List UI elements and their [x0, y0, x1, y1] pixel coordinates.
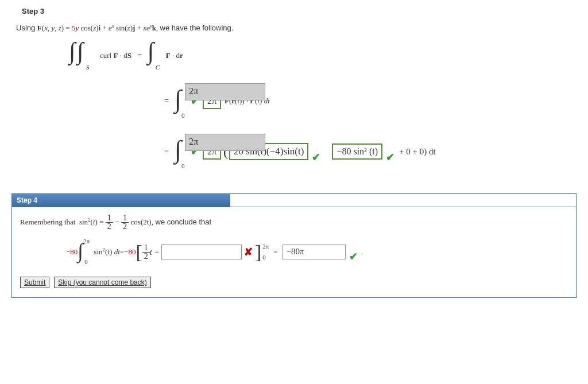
- button-row: Submit Skip (you cannot come back): [20, 277, 568, 288]
- vector-field-def: F(x, y, z) = 5y cos(z)i + ex sin(z)j + x…: [37, 24, 160, 32]
- curl-F-dS: curl F · dS: [100, 51, 131, 60]
- surface-integral-icon: ∫∫ S: [69, 42, 98, 69]
- step4-body: Remembering that sin2(t) = 12 − 12 cos(2…: [12, 207, 576, 297]
- prompt-pre: Using: [16, 24, 37, 32]
- upper-limit-val-1: 2π: [189, 86, 198, 96]
- F-dr: F · dr: [166, 51, 183, 60]
- page: Step 3 Using F(x, y, z) = 5y cos(z)i + e…: [0, 0, 588, 384]
- integrand: sin2(t) dt: [94, 247, 119, 257]
- step3-heading: Step 3: [22, 7, 566, 15]
- step4-heading: Step 4: [12, 194, 230, 207]
- lim-top: 2π: [262, 243, 269, 250]
- frac-half-t: 12: [142, 244, 150, 261]
- step4-equation: −80 ∫ 0 2π sin2(t) dt = −80 [ 12 t − ✘ ]: [66, 239, 568, 265]
- eq-row-expanded: = ∫ 0 2π ✔ 2π ( 20 sin(t)(−4)sin(t) ✔ −8…: [158, 129, 577, 174]
- equals-5: =: [273, 247, 277, 257]
- check-icon: ✔: [386, 151, 394, 164]
- period: .: [361, 247, 363, 257]
- lim-bot: 0: [262, 254, 269, 261]
- frac-half-1: 12: [106, 214, 113, 231]
- int-lower-1: 0: [181, 112, 185, 119]
- int-sub-c: C: [156, 64, 160, 71]
- antiderivative-input[interactable]: [161, 245, 242, 259]
- eq-row-stokes: ∫∫ S curl F · dS = ∫ C F · dr: [69, 38, 577, 73]
- cos2t: cos(2t),: [131, 218, 153, 226]
- int-lower-3: 0: [84, 258, 88, 265]
- step3-prompt: Using F(x, y, z) = 5y cos(z)i + ex sin(z…: [16, 24, 577, 33]
- eq-row-param: = ∫ 0 2π ✔ 2π F(r(t)) · r′(t) dt: [158, 79, 577, 123]
- upper-limit-input-1[interactable]: 2π: [185, 83, 265, 100]
- line-integral-icon: ∫ C: [148, 42, 164, 69]
- step4-panel: Step 4 Remembering that sin2(t) = 12 − 1…: [11, 193, 577, 298]
- int-upper-3: 2π: [83, 238, 90, 245]
- int-lower-2: 0: [181, 162, 185, 169]
- step4-prompt-post: we conclude that: [156, 218, 212, 226]
- coef-neg80: −80: [66, 247, 78, 257]
- def-int-icon-3: ∫ 0 2π: [78, 239, 92, 265]
- step4-header-bar: Step 4: [12, 194, 576, 207]
- final-answer-input[interactable]: −80π: [283, 245, 346, 259]
- bracket-eval: [ 12 t − ✘ ] 2π 0: [136, 243, 269, 261]
- prompt-post: we have the following.: [160, 24, 234, 32]
- check-icon: ✔: [312, 151, 320, 164]
- equals-1: =: [137, 51, 142, 60]
- int-box-2: ∫ 0 2π: [175, 134, 187, 169]
- tail-2: + 0 + 0) dt: [399, 147, 436, 157]
- minus: −: [115, 218, 121, 226]
- equals-4: =: [120, 247, 124, 257]
- step4-prompt: Remembering that sin2(t) = 12 − 12 cos(2…: [20, 214, 568, 231]
- equals-3: =: [164, 147, 169, 156]
- eval-limits: 2π 0: [262, 243, 269, 261]
- submit-button[interactable]: Submit: [20, 277, 49, 288]
- coef-neg80-b: −80: [124, 247, 136, 257]
- equals-2: =: [164, 96, 169, 106]
- frac-half-2: 12: [121, 214, 129, 231]
- upper-limit-input-2[interactable]: 2π: [185, 134, 265, 151]
- skip-button[interactable]: Skip (you cannot come back): [54, 277, 151, 288]
- int-box-1: ∫ 0 2π: [175, 83, 187, 119]
- check-icon: ✔: [349, 250, 358, 263]
- int-sub-s: S: [86, 64, 90, 71]
- upper-limit-val-2: 2π: [189, 137, 198, 147]
- step4-prompt-pre: Remembering that sin2(t) =: [20, 218, 106, 226]
- answer-box-2c: −80 sin² (t): [332, 143, 382, 160]
- x-icon: ✘: [244, 246, 253, 258]
